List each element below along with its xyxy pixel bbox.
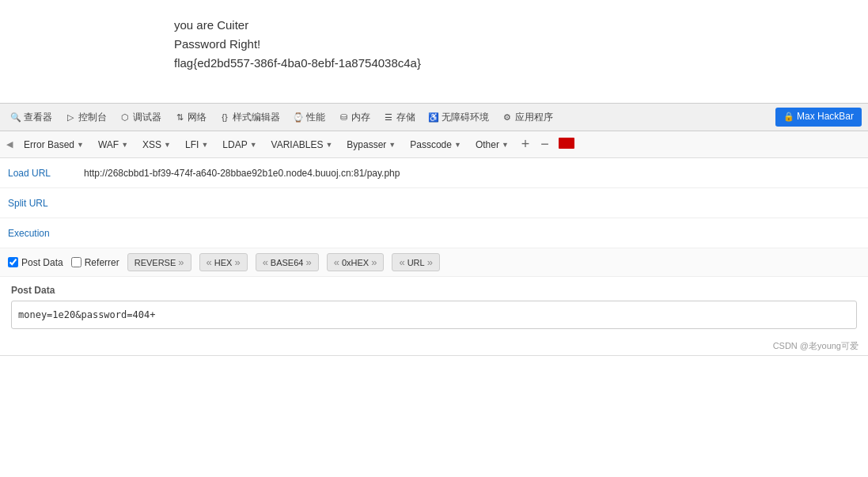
execution-row: Execution	[0, 218, 868, 248]
performance-icon: ⌚	[293, 112, 304, 123]
footer-attribution: CSDN @老young可爱	[0, 337, 868, 355]
menu-other-label: Other	[476, 139, 499, 150]
toolbar-performance[interactable]: ⌚ 性能	[289, 108, 329, 127]
post-data-checkbox[interactable]	[8, 257, 18, 267]
menu-ldap-label: LDAP	[222, 139, 247, 150]
accessibility-icon: ♿	[428, 112, 439, 123]
storage-label: 存储	[396, 111, 415, 124]
hackbar-panel: Load URL Split URL Execution Post Data R…	[0, 158, 868, 356]
oxhex-left-arrow: «	[334, 256, 339, 268]
options-row: Post Data Referrer REVERSE » « HEX » « B…	[0, 248, 868, 277]
toolbar-debugger[interactable]: ⬡ 调试器	[116, 108, 165, 127]
execution-input[interactable]	[79, 221, 868, 245]
toolbar-inspector[interactable]: 🔍 查看器	[6, 108, 56, 127]
referrer-checkbox-label: Referrer	[85, 257, 119, 268]
menu-lfi-label: LFI	[185, 139, 199, 150]
url-right-arrow: »	[427, 256, 433, 268]
toolbar-accessibility[interactable]: ♿ 无障碍环境	[424, 108, 493, 127]
url-button[interactable]: « URL »	[392, 253, 439, 271]
remove-menu-button[interactable]: −	[536, 136, 554, 153]
oxhex-label: 0xHEX	[342, 258, 369, 267]
console-label: 控制台	[78, 111, 107, 124]
reverse-button[interactable]: REVERSE »	[127, 253, 191, 271]
menu-other-arrow: ▼	[502, 141, 509, 149]
post-data-checkbox-wrap[interactable]: Post Data	[8, 257, 63, 268]
menu-passcode-arrow: ▼	[454, 141, 461, 149]
style-editor-icon: {}	[219, 112, 230, 123]
base64-left-arrow: «	[263, 256, 268, 268]
url-left-arrow: «	[399, 256, 404, 268]
menu-passcode[interactable]: Passcode ▼	[404, 136, 468, 153]
menu-waf[interactable]: WAF ▼	[92, 136, 135, 153]
toolbar-memory[interactable]: ⛁ 内存	[334, 108, 374, 127]
toolbar-hackbar[interactable]: 🔒 Max HackBar	[775, 108, 862, 127]
toolbar-application[interactable]: ⚙ 应用程序	[498, 108, 557, 127]
menu-error-based[interactable]: Error Based ▼	[17, 136, 90, 153]
menu-variables[interactable]: VARIABLES ▼	[265, 136, 339, 153]
menu-other[interactable]: Other ▼	[469, 136, 515, 153]
split-url-label[interactable]: Split URL	[0, 191, 79, 215]
base64-button[interactable]: « BASE64 »	[256, 253, 319, 271]
menu-error-based-arrow: ▼	[77, 141, 84, 149]
execution-label[interactable]: Execution	[0, 221, 79, 245]
application-label: 应用程序	[515, 111, 553, 124]
reverse-right-arrow: »	[178, 256, 184, 268]
attribution-text: CSDN @老young可爱	[773, 341, 859, 350]
memory-icon: ⛁	[338, 112, 349, 123]
network-icon: ⇅	[174, 112, 185, 123]
oxhex-button[interactable]: « 0xHEX »	[327, 253, 385, 271]
toolbar-network[interactable]: ⇅ 网络	[170, 108, 210, 127]
debugger-icon: ⬡	[119, 112, 131, 123]
toolbar-console[interactable]: ▷ 控制台	[61, 108, 111, 127]
referrer-checkbox[interactable]	[71, 257, 81, 267]
toolbar-style-editor[interactable]: {} 样式编辑器	[215, 108, 284, 127]
performance-label: 性能	[306, 111, 325, 124]
menu-ldap[interactable]: LDAP ▼	[216, 136, 263, 153]
post-data-section-label: Post Data	[11, 285, 857, 296]
menu-xss[interactable]: XSS ▼	[136, 136, 177, 153]
hex-right-arrow: »	[234, 256, 240, 268]
network-label: 网络	[188, 111, 207, 124]
post-data-checkbox-label: Post Data	[21, 257, 63, 268]
hex-label: HEX	[214, 258, 233, 267]
line2: Password Right!	[174, 35, 836, 54]
inspector-label: 查看器	[24, 111, 52, 124]
load-url-row: Load URL	[0, 158, 868, 188]
menu-bypasser[interactable]: Bypasser ▼	[340, 136, 402, 153]
console-icon: ▷	[65, 112, 76, 123]
menu-lfi-arrow: ▼	[201, 141, 208, 149]
style-editor-label: 样式编辑器	[233, 111, 280, 124]
load-url-label[interactable]: Load URL	[0, 161, 79, 185]
menu-waf-arrow: ▼	[121, 141, 128, 149]
hackbar-menubar: ◀ Error Based ▼ WAF ▼ XSS ▼ LFI ▼ LDAP ▼…	[0, 131, 868, 158]
left-arrow-btn[interactable]: ◀	[3, 139, 16, 150]
inspector-icon: 🔍	[10, 112, 21, 123]
menu-bypasser-label: Bypasser	[347, 139, 386, 150]
add-menu-button[interactable]: +	[517, 136, 535, 153]
line1: you are Cuiter	[174, 16, 836, 35]
application-icon: ⚙	[502, 112, 513, 123]
menu-xss-arrow: ▼	[164, 141, 171, 149]
menu-waf-label: WAF	[98, 139, 119, 150]
flag-text: flag{ed2bd557-386f-4ba0-8ebf-1a8754038c4…	[174, 54, 836, 73]
menu-lfi[interactable]: LFI ▼	[179, 136, 214, 153]
hackbar-lock-icon: 🔒	[783, 111, 794, 122]
reverse-label: REVERSE	[135, 258, 176, 267]
menu-variables-label: VARIABLES	[271, 139, 324, 150]
menu-variables-arrow: ▼	[325, 141, 332, 149]
menu-passcode-label: Passcode	[410, 139, 452, 150]
base64-right-arrow: »	[305, 256, 311, 268]
split-url-input[interactable]	[79, 191, 868, 215]
referrer-checkbox-wrap[interactable]: Referrer	[71, 257, 119, 268]
hex-button[interactable]: « HEX »	[199, 253, 248, 271]
load-url-input[interactable]	[79, 161, 868, 185]
split-url-row: Split URL	[0, 188, 868, 218]
storage-icon: ☰	[383, 112, 394, 123]
toolbar-storage[interactable]: ☰ 存储	[379, 108, 419, 127]
accessibility-label: 无障碍环境	[442, 111, 489, 124]
debugger-label: 调试器	[133, 111, 161, 124]
base64-label: BASE64	[271, 258, 304, 267]
post-data-input[interactable]	[11, 301, 857, 329]
browser-toolbar: 🔍 查看器 ▷ 控制台 ⬡ 调试器 ⇅ 网络 {} 样式编辑器 ⌚ 性能 ⛁ 内…	[0, 103, 868, 131]
top-content-area: you are Cuiter Password Right! flag{ed2b…	[0, 0, 868, 103]
